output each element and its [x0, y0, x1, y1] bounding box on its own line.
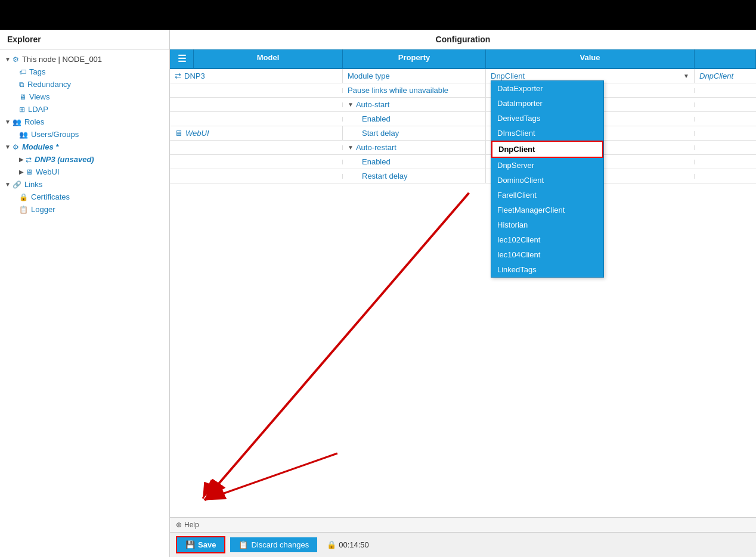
users-label: Users/Groups [31, 130, 79, 139]
option-iec104client[interactable]: Iec104Client [491, 247, 603, 262]
sidebar-item-tags[interactable]: 🏷 Tags [0, 66, 169, 78]
option-historian[interactable]: Historian [491, 217, 603, 232]
dropdown-menu[interactable]: DataExporter DataImporter DerivedTags DI… [491, 80, 604, 278]
table-row-enabled1: Enabled [170, 112, 756, 126]
dropdown-arrow-icon: ▼ [683, 73, 689, 79]
tags-icon: 🏷 [19, 68, 26, 76]
other-startdelay [695, 131, 756, 136]
tags-label: Tags [29, 67, 45, 76]
dropdown-selected-value[interactable]: DnpClient ▼ [491, 71, 689, 80]
save-icon: 💾 [185, 540, 195, 549]
other-autorestart [695, 145, 756, 150]
table-row-enabled2: Enabled [170, 155, 756, 169]
table-row-autorestart: ▼ Auto-restart [170, 141, 756, 155]
option-fleetmanagerclient[interactable]: FleetManagerClient [491, 203, 603, 217]
webui-triangle: ▶ [19, 169, 24, 175]
views-icon: 🖥 [19, 93, 26, 101]
discard-icon: 📋 [238, 540, 248, 549]
table-row: ⇄ DNP3 Module type DnpClient ▼ [170, 69, 756, 83]
option-dataimporter[interactable]: DataImporter [491, 96, 603, 111]
option-dnpclient[interactable]: DnpClient [491, 141, 603, 158]
other-pause [695, 88, 756, 93]
th-menu[interactable]: ☰ [170, 49, 194, 68]
other-enabled2 [695, 160, 756, 164]
th-property: Property [343, 49, 486, 68]
dnp3-icon: ⇄ [26, 155, 32, 164]
dropdown-current: DnpClient [491, 71, 525, 80]
certs-label: Certificates [31, 192, 70, 201]
dnp3-triangle: ▶ [19, 156, 24, 163]
redundancy-label: Redundancy [27, 80, 71, 89]
certs-icon: 🔒 [19, 193, 28, 201]
dropdown-scroll[interactable]: DataExporter DataImporter DerivedTags DI… [491, 81, 603, 277]
sidebar-item-views[interactable]: 🖥 Views [0, 91, 169, 103]
views-label: Views [29, 92, 49, 101]
ldap-label: LDAP [28, 105, 48, 114]
ldap-icon: ⊞ [19, 105, 25, 114]
property-restartdelay: Restart delay [343, 169, 486, 183]
dnp3-model-label: DNP3 [184, 71, 205, 80]
sidebar-item-ldap[interactable]: ⊞ LDAP [0, 103, 169, 116]
option-linkedtags[interactable]: LinkedTags [491, 262, 603, 277]
sidebar-item-this-node[interactable]: ▼ ⚙ This node | NODE_001 [0, 53, 169, 66]
th-model: Model [194, 49, 343, 68]
value-module-type: DnpClient ▼ DataExporter DataImporter De… [486, 69, 695, 83]
property-startdelay: Start delay [343, 126, 486, 140]
model-cell: ⇄ DNP3 [170, 69, 343, 83]
top-bar [0, 0, 756, 30]
model-cell-autorestart [170, 145, 343, 150]
property-autostart: ▼ Auto-start [343, 98, 486, 111]
time-value: 00:14:50 [339, 540, 369, 549]
users-icon: 👥 [19, 130, 28, 139]
other-enabled1 [695, 117, 756, 122]
modules-label: Modules * [22, 142, 58, 151]
sidebar-item-modules[interactable]: ▼ ⚙ Modules * [0, 141, 169, 153]
property-pause: Pause links while unavailable [343, 83, 486, 97]
model-webui[interactable]: 🖥 WebUI [175, 129, 337, 138]
property-enabled1: Enabled [343, 112, 486, 126]
autostart-label: Auto-start [356, 100, 389, 109]
roles-label: Roles [24, 117, 44, 126]
property-autorestart: ▼ Auto-restart [343, 141, 486, 154]
sidebar-item-users-groups[interactable]: 👥 Users/Groups [0, 128, 169, 141]
save-button[interactable]: 💾 Save [176, 536, 225, 553]
sidebar-item-links[interactable]: ▼ 🔗 Links [0, 178, 169, 191]
sidebar-item-webui[interactable]: ▶ 🖥 WebUI [0, 166, 169, 178]
links-label: Links [24, 180, 42, 189]
other-autostart [695, 102, 756, 107]
node-icon: ⚙ [13, 55, 19, 64]
table-body: ⇄ DNP3 Module type DnpClient ▼ [170, 69, 756, 517]
option-dimsclient[interactable]: DImsClient [491, 126, 603, 141]
discard-label: Discard changes [251, 540, 309, 549]
roles-icon: 👥 [13, 118, 21, 126]
model-cell-empty [170, 88, 343, 93]
model-cell-autostart [170, 102, 343, 107]
module-type-dropdown[interactable]: DnpClient ▼ DataExporter DataImporter De… [491, 71, 689, 80]
model-cell-enabled2 [170, 160, 343, 164]
table-header: ☰ Model Property Value [170, 49, 756, 69]
sidebar-item-logger[interactable]: 📋 Logger [0, 203, 169, 216]
option-dataexporter[interactable]: DataExporter [491, 81, 603, 96]
modules-triangle: ▼ [5, 144, 11, 150]
save-label: Save [198, 540, 216, 549]
sidebar-item-roles[interactable]: ▼ 👥 Roles [0, 116, 169, 128]
model-dnp3[interactable]: ⇄ DNP3 [175, 71, 337, 80]
option-dominoclient[interactable]: DominoClient [491, 173, 603, 188]
modules-icon: ⚙ [13, 143, 19, 151]
autostart-triangle: ▼ [348, 101, 354, 108]
roles-triangle: ▼ [5, 119, 11, 125]
help-bar: ⊕ Help [170, 517, 756, 532]
value-display: DnpClient [695, 69, 756, 83]
discard-button[interactable]: 📋 Discard changes [230, 537, 317, 552]
option-dnpserver[interactable]: DnpServer [491, 158, 603, 173]
config-title: Configuration [170, 30, 756, 49]
sidebar-item-dnp3[interactable]: ▶ ⇄ DNP3 (unsaved) [0, 153, 169, 166]
property-enabled2: Enabled [343, 155, 486, 169]
option-iec102client[interactable]: Iec102Client [491, 232, 603, 247]
sidebar-item-redundancy[interactable]: ⧉ Redundancy [0, 78, 169, 91]
option-farellclient[interactable]: FarellClient [491, 188, 603, 203]
property-module-type: Module type [343, 69, 486, 83]
sidebar-item-certificates[interactable]: 🔒 Certificates [0, 191, 169, 203]
italic-value: DnpClient [699, 71, 733, 80]
option-derivedtags[interactable]: DerivedTags [491, 111, 603, 126]
